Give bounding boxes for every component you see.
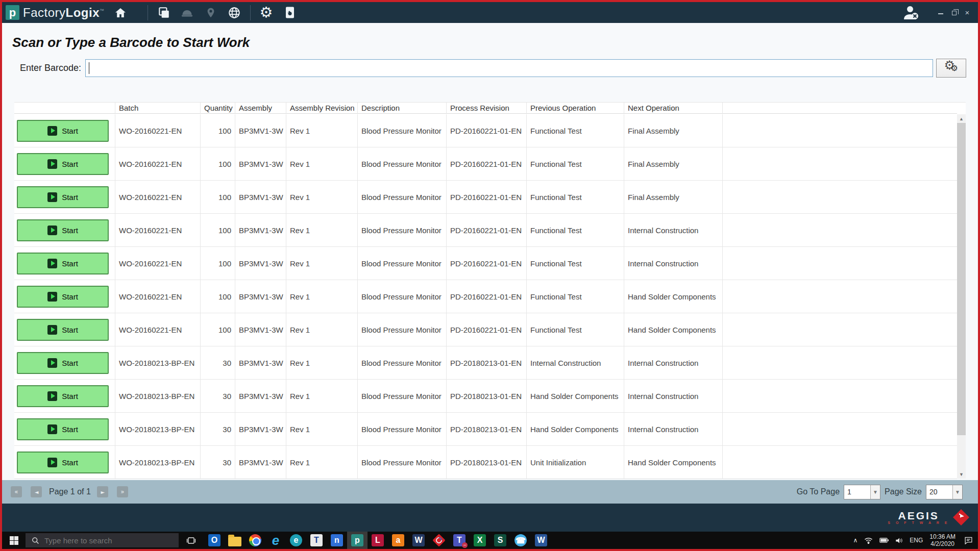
play-icon <box>47 259 57 268</box>
start-button[interactable]: Start <box>17 385 109 407</box>
start-button[interactable]: Start <box>17 452 109 473</box>
taskbar-app-factorylogix-icon[interactable]: p <box>347 532 368 549</box>
taskbar-app-text-editor-icon[interactable]: T <box>306 532 327 549</box>
settings-gear-icon[interactable]: ⚙ <box>258 4 275 21</box>
play-icon <box>47 126 57 136</box>
barcode-settings-button[interactable]: ⚙⚙ <box>936 59 966 78</box>
task-view-icon[interactable] <box>181 532 201 549</box>
taskbar-app-solidworks-icon[interactable]: S <box>490 532 510 549</box>
process-revision-cell: PD-20160221-01-EN <box>447 147 527 181</box>
language-indicator[interactable]: ENG <box>910 537 923 544</box>
barcode-input[interactable] <box>85 59 933 77</box>
quantity-cell: 100 <box>201 181 235 214</box>
taskbar-app-skype-icon[interactable]: ☎ <box>510 532 531 549</box>
tray-expand-icon[interactable]: ∧ <box>853 537 857 544</box>
aegis-diamond-icon <box>952 509 970 526</box>
description-cell: Blood Pressure Monitor <box>358 446 447 479</box>
minimize-button[interactable] <box>934 8 947 17</box>
column-header[interactable]: Previous Operation <box>527 103 624 114</box>
batches-icon[interactable] <box>155 4 173 21</box>
column-header[interactable]: Assembly Revision <box>286 103 358 114</box>
taskbar-app-outlook-icon[interactable]: O <box>204 532 225 549</box>
column-header[interactable]: Assembly <box>235 103 286 114</box>
close-button[interactable]: × <box>961 8 974 17</box>
vertical-scrollbar[interactable]: ▲ ▼ <box>957 114 966 479</box>
taskbar-app-word-icon[interactable]: W <box>531 532 551 549</box>
next-page-button[interactable]: ► <box>97 486 108 497</box>
column-header[interactable] <box>14 103 115 114</box>
speaker-icon[interactable] <box>895 537 903 544</box>
start-button[interactable]: Start <box>17 219 109 241</box>
taskbar-app-amazon-app-icon[interactable]: a <box>388 532 408 549</box>
aegis-software-label: S O F T W A R E <box>888 521 949 524</box>
column-header[interactable]: Description <box>358 103 447 114</box>
start-button[interactable]: Start <box>17 286 109 308</box>
globe-icon[interactable] <box>226 4 243 21</box>
taskbar-app-aegis-installer-icon[interactable] <box>429 532 449 549</box>
play-icon <box>47 159 57 169</box>
start-button[interactable]: Start <box>17 120 109 142</box>
taskbar-app-excel-icon[interactable]: X <box>470 532 490 549</box>
taskbar-app-chrome-icon[interactable] <box>245 532 265 549</box>
play-icon <box>47 192 57 202</box>
next-operation-cell: Internal Construction <box>624 380 723 413</box>
column-header[interactable]: Next Operation <box>624 103 723 114</box>
scroll-down-icon[interactable]: ▼ <box>957 470 966 479</box>
taskbar-app-onenote-icon[interactable]: n <box>327 532 347 549</box>
restore-button[interactable] <box>947 8 961 17</box>
windows-taskbar: OeeTnpLaWT–XS☎W ∧ ENG 10:36 AM 4/2/2020 <box>2 532 978 549</box>
clock[interactable]: 10:36 AM 4/2/2020 <box>929 533 955 547</box>
table-row: Start WO-20160221-EN 100 BP3MV1-3W Rev 1… <box>14 313 957 346</box>
taskbar-app-internet-explorer-icon[interactable]: e <box>265 532 286 549</box>
column-header[interactable] <box>723 103 957 114</box>
taskbar-search[interactable] <box>26 533 179 547</box>
last-page-button[interactable]: » <box>117 486 128 497</box>
taskbar-app-teams-icon[interactable]: T– <box>449 532 470 549</box>
start-menu-button[interactable] <box>2 532 26 549</box>
start-button[interactable]: Start <box>17 253 109 274</box>
battery-icon[interactable] <box>879 537 889 543</box>
taskbar-app-lightroom-icon[interactable]: L <box>368 532 388 549</box>
go-to-page-select[interactable]: 1▼ <box>844 485 880 499</box>
search-input[interactable] <box>44 536 167 545</box>
first-page-button[interactable]: « <box>11 486 22 497</box>
empty-cell <box>723 380 957 413</box>
operator-hat-icon[interactable] <box>179 4 196 21</box>
toolbar-divider <box>250 5 251 20</box>
quantity-cell: 100 <box>201 313 235 346</box>
location-pin-icon[interactable] <box>202 4 219 21</box>
assembly-revision-cell: Rev 1 <box>286 380 358 413</box>
column-header[interactable]: Process Revision <box>447 103 527 114</box>
gears-icon: ⚙⚙ <box>943 61 960 76</box>
page-size-select[interactable]: 20▼ <box>926 485 963 499</box>
taskbar-app-file-explorer-icon[interactable] <box>225 532 245 549</box>
column-header[interactable]: Quantity <box>201 103 235 114</box>
taskbar-app-edge-icon[interactable]: e <box>286 532 306 549</box>
assembly-revision-cell: Rev 1 <box>286 446 358 479</box>
assembly-revision-cell: Rev 1 <box>286 313 358 346</box>
start-button[interactable]: Start <box>17 319 109 341</box>
process-revision-cell: PD-20180213-01-EN <box>447 380 527 413</box>
previous-operation-cell: Functional Test <box>527 214 624 247</box>
start-button[interactable]: Start <box>17 153 109 175</box>
brand-name: FactoryLogix™ <box>23 6 105 20</box>
previous-operation-cell: Functional Test <box>527 313 624 346</box>
start-button[interactable]: Start <box>17 186 109 208</box>
home-icon[interactable] <box>112 4 129 21</box>
previous-operation-cell: Functional Test <box>527 147 624 181</box>
taskbar-app-w-tool-icon[interactable]: W <box>408 532 429 549</box>
start-button[interactable]: Start <box>17 352 109 374</box>
column-header[interactable]: Batch <box>115 103 201 114</box>
scrollbar-thumb[interactable] <box>957 123 966 435</box>
user-logoff-icon[interactable] <box>902 4 920 21</box>
description-cell: Blood Pressure Monitor <box>358 346 447 380</box>
assembly-cell: BP3MV1-3W <box>235 214 286 247</box>
start-button[interactable]: Start <box>17 418 109 440</box>
page-indicator: Page 1 of 1 <box>49 487 91 496</box>
wifi-icon[interactable] <box>864 537 873 544</box>
action-center-icon[interactable] <box>964 536 973 544</box>
previous-page-button[interactable]: ◄ <box>31 486 42 497</box>
assembly-cell: BP3MV1-3W <box>235 147 286 181</box>
scroll-up-icon[interactable]: ▲ <box>957 114 966 123</box>
logout-exit-icon[interactable] <box>281 4 299 21</box>
